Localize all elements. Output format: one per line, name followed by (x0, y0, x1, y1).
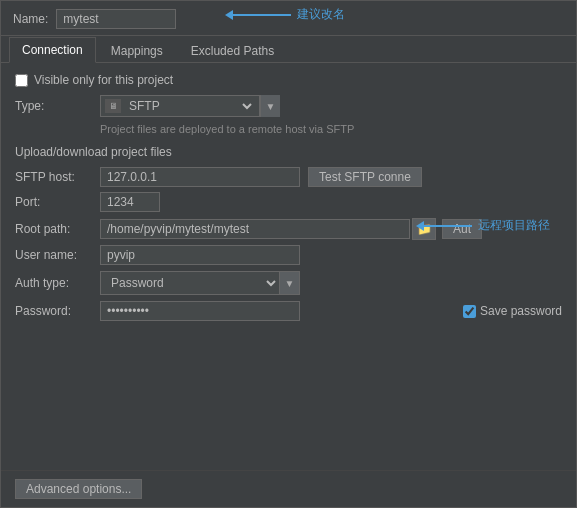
arrow-line (231, 14, 291, 16)
advanced-options-button[interactable]: Advanced options... (15, 479, 142, 499)
port-input[interactable] (100, 192, 160, 212)
type-hint: Project files are deployed to a remote h… (15, 123, 562, 135)
test-sftp-button[interactable]: Test SFTP conne (308, 167, 422, 187)
bottom-row: Advanced options... (1, 470, 576, 507)
root-path-input[interactable] (100, 219, 410, 239)
type-select-wrapper: 🖥 SFTP (100, 95, 260, 117)
username-row: User name: (15, 245, 562, 265)
type-label: Type: (15, 99, 100, 113)
sftp-host-label: SFTP host: (15, 170, 100, 184)
visible-only-checkbox[interactable] (15, 74, 28, 87)
name-annotation-text: 建议改名 (297, 6, 345, 23)
auth-type-label: Auth type: (15, 276, 100, 290)
tab-connection[interactable]: Connection (9, 37, 96, 63)
auth-type-dropdown-arrow[interactable]: ▼ (279, 272, 299, 294)
password-label: Password: (15, 304, 100, 318)
auth-type-row: Auth type: Password ▼ (15, 271, 562, 295)
visible-only-row: Visible only for this project (15, 73, 562, 87)
auth-type-select[interactable]: Password (101, 273, 279, 293)
name-annotation-arrow: 建议改名 (231, 6, 345, 23)
auth-type-wrapper: Password ▼ (100, 271, 300, 295)
tab-content: Visible only for this project Type: 🖥 SF… (1, 63, 576, 470)
password-row: Password: Save password (15, 301, 562, 321)
root-path-wrapper: 远程项目路径 (100, 219, 410, 239)
username-label: User name: (15, 248, 100, 262)
save-password-checkbox[interactable] (463, 305, 476, 318)
type-select[interactable]: SFTP (125, 98, 255, 114)
section-title: Upload/download project files (15, 145, 562, 159)
type-row: Type: 🖥 SFTP ▼ (15, 95, 562, 117)
name-row: Name: 建议改名 (1, 1, 576, 36)
username-input[interactable] (100, 245, 300, 265)
sftp-host-input[interactable] (100, 167, 300, 187)
save-password-label: Save password (480, 304, 562, 318)
visible-only-label: Visible only for this project (34, 73, 173, 87)
password-input[interactable] (100, 301, 300, 321)
deployment-dialog: Name: 建议改名 Connection Mappings Excluded … (0, 0, 577, 508)
root-path-annotation-text: 远程项目路径 (478, 217, 550, 234)
root-path-label: Root path: (15, 222, 100, 236)
port-row: Port: (15, 192, 562, 212)
root-path-row: Root path: 远程项目路径 📁 Aut (15, 218, 562, 240)
auto-button[interactable]: Aut (442, 219, 482, 239)
tabs-row: Connection Mappings Excluded Paths (1, 36, 576, 63)
type-dropdown-arrow[interactable]: ▼ (260, 95, 280, 117)
root-path-browse-button[interactable]: 📁 (412, 218, 436, 240)
name-label: Name: (13, 12, 48, 26)
port-label: Port: (15, 195, 100, 209)
save-password-area: Save password (463, 304, 562, 318)
sftp-host-row: SFTP host: Test SFTP conne (15, 167, 562, 187)
tab-excluded-paths[interactable]: Excluded Paths (178, 38, 287, 63)
name-input[interactable] (56, 9, 176, 29)
tab-mappings[interactable]: Mappings (98, 38, 176, 63)
sftp-icon: 🖥 (105, 99, 121, 113)
